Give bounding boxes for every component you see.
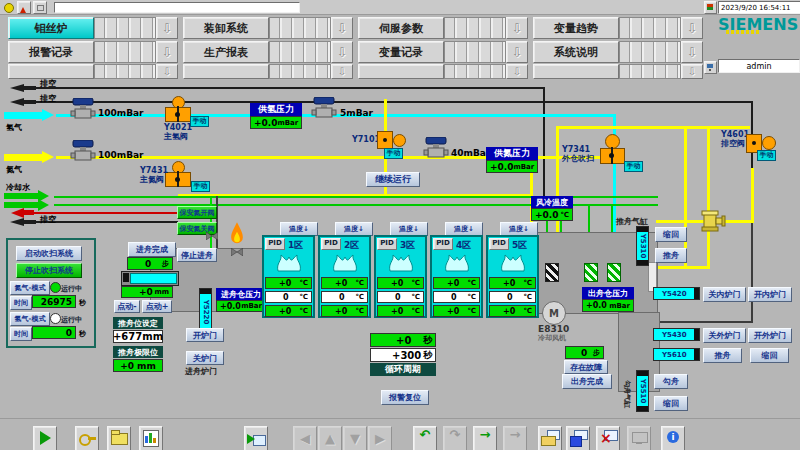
menu-alarmlog-button[interactable]: 报警记录: [8, 41, 94, 63]
menu-blank-button[interactable]: [183, 64, 269, 79]
continue-run-button[interactable]: 继续运行: [366, 172, 420, 187]
pressure-regulator-icon[interactable]: [70, 140, 96, 162]
menu-sysinfo-button[interactable]: 系统说明: [533, 41, 619, 63]
menu-blank-button[interactable]: [8, 64, 94, 79]
h2-mode-chip[interactable]: 氢气-模式: [10, 312, 50, 326]
fault-button[interactable]: 存在故障: [564, 360, 608, 374]
import-button[interactable]: →: [473, 426, 497, 450]
y5610-push-button[interactable]: 推舟: [703, 348, 742, 363]
pressure-regulator-icon[interactable]: [311, 97, 337, 119]
menu-down-arrow-button[interactable]: ⇩: [681, 64, 703, 79]
hook-button[interactable]: 勾舟: [654, 374, 688, 389]
menu-down-arrow-button[interactable]: ⇩: [156, 64, 178, 79]
menu-quick-buttons[interactable]: [619, 17, 681, 39]
menu-quick-buttons[interactable]: [444, 64, 506, 79]
cycle-period-input[interactable]: +300秒: [370, 348, 436, 362]
zone-temp-button[interactable]: 温度↓: [500, 222, 538, 236]
open-archive-button[interactable]: [538, 426, 562, 450]
menu-taglog-button[interactable]: 变量记录: [358, 41, 444, 63]
menu-loader-button[interactable]: 装卸系统: [183, 17, 269, 39]
menu-quick-buttons[interactable]: [94, 17, 156, 39]
zone-temp-button[interactable]: 温度↓: [445, 222, 483, 236]
menu-down-arrow-button[interactable]: ⇩: [331, 41, 353, 63]
menu-blank-button[interactable]: [533, 64, 619, 79]
valve-y7341[interactable]: [600, 148, 625, 164]
zone-sv-input[interactable]: 0℃: [377, 291, 424, 303]
menu-down-arrow-button[interactable]: ⇩: [156, 17, 178, 39]
menu-quick-buttons[interactable]: [619, 64, 681, 79]
menu-quick-buttons[interactable]: [444, 17, 506, 39]
nav-back-button[interactable]: ◀: [293, 426, 317, 450]
menu-furnace-button[interactable]: 钼丝炉: [8, 17, 94, 39]
info-button[interactable]: i: [661, 426, 685, 450]
y5510-retract-button[interactable]: 缩回: [654, 396, 688, 411]
valve-mode-badge[interactable]: 手动: [191, 181, 210, 192]
menu-down-arrow-button[interactable]: ⇩: [681, 41, 703, 63]
valve-y7431[interactable]: [165, 172, 191, 187]
menu-servo-button[interactable]: 伺服参数: [358, 17, 444, 39]
menu-down-arrow-button[interactable]: ⇩: [681, 17, 703, 39]
stop-entry-button[interactable]: 停止进舟: [177, 248, 217, 262]
nav-forward-button[interactable]: ▶: [368, 426, 392, 450]
menu-report-button[interactable]: 生产报表: [183, 41, 269, 63]
monitor-button[interactable]: [627, 426, 651, 450]
open-window-button[interactable]: [107, 426, 131, 450]
open-inner-door-button[interactable]: 开内炉门: [748, 287, 792, 302]
y5610-retract-button[interactable]: 缩回: [750, 348, 789, 363]
menu-quick-buttons[interactable]: [269, 41, 331, 63]
save-button[interactable]: [566, 426, 590, 450]
open-door-button[interactable]: 开炉门: [186, 328, 224, 342]
exit-done-button[interactable]: 出舟完成: [562, 374, 612, 389]
valve-mode-badge[interactable]: 手动: [190, 116, 209, 127]
zone-sv-input[interactable]: 0℃: [321, 291, 368, 303]
zone-sv-input[interactable]: 0℃: [433, 291, 480, 303]
window-icon[interactable]: [33, 1, 47, 14]
report-button[interactable]: [139, 426, 163, 450]
zone-sv-input[interactable]: 0℃: [489, 291, 536, 303]
menu-down-arrow-button[interactable]: ⇩: [156, 41, 178, 63]
alarm-reset-button[interactable]: 报警复位: [381, 390, 429, 405]
delete-button[interactable]: ×: [596, 426, 620, 450]
zone-temp-button[interactable]: 温度↓: [280, 222, 318, 236]
valve-mode-badge[interactable]: 手动: [624, 161, 643, 172]
nav-down-button[interactable]: ▼: [343, 426, 367, 450]
run-button[interactable]: [33, 426, 57, 450]
zone-sv-input[interactable]: 0℃: [265, 291, 312, 303]
y5310-retract-button[interactable]: 缩回: [655, 227, 687, 242]
login-key-button[interactable]: [75, 426, 99, 450]
valve-y4021[interactable]: [165, 107, 191, 122]
menu-quick-buttons[interactable]: [269, 64, 331, 79]
menu-down-arrow-button[interactable]: ⇩: [506, 17, 528, 39]
valve-mode-badge[interactable]: 手动: [757, 150, 776, 161]
pressure-regulator-icon[interactable]: [423, 137, 449, 159]
close-door-button[interactable]: 关炉门: [186, 351, 224, 365]
picture-jump-button[interactable]: [244, 426, 268, 450]
close-outer-door-button[interactable]: 关外炉门: [703, 328, 746, 343]
menu-down-arrow-button[interactable]: ⇩: [331, 17, 353, 39]
zone-temp-button[interactable]: 温度↓: [335, 222, 373, 236]
jog-minus-button[interactable]: 点动-: [114, 300, 140, 313]
menu-quick-buttons[interactable]: [94, 64, 156, 79]
menu-quick-buttons[interactable]: [619, 41, 681, 63]
n2-mode-chip[interactable]: 氮气-模式: [10, 281, 50, 295]
pressure-regulator-icon[interactable]: [70, 98, 96, 120]
menu-quick-buttons[interactable]: [94, 41, 156, 63]
menu-down-arrow-button[interactable]: ⇩: [506, 41, 528, 63]
safety-n2-open-button[interactable]: 保安氮开阀: [177, 206, 217, 219]
undo-button[interactable]: ↶: [413, 426, 437, 450]
menu-down-arrow-button[interactable]: ⇩: [331, 64, 353, 79]
redo-button[interactable]: ↷: [443, 426, 467, 450]
menu-quick-buttons[interactable]: [269, 17, 331, 39]
entry-done-button[interactable]: 进舟完成: [128, 242, 176, 257]
y5310-push-button[interactable]: 推舟: [655, 248, 687, 263]
purge-stop-button[interactable]: 停止吹扫系统: [16, 263, 82, 278]
alarm-icon[interactable]: [17, 1, 31, 14]
export-button[interactable]: →: [503, 426, 527, 450]
menu-quick-buttons[interactable]: [444, 41, 506, 63]
jog-plus-button[interactable]: 点动+: [142, 300, 172, 313]
purge-start-button[interactable]: 启动吹扫系统: [16, 246, 82, 261]
open-outer-door-button[interactable]: 开外炉门: [748, 328, 792, 343]
logged-user-field[interactable]: admin: [718, 59, 800, 73]
menu-down-arrow-button[interactable]: ⇩: [506, 64, 528, 79]
zone-temp-button[interactable]: 温度↓: [390, 222, 428, 236]
